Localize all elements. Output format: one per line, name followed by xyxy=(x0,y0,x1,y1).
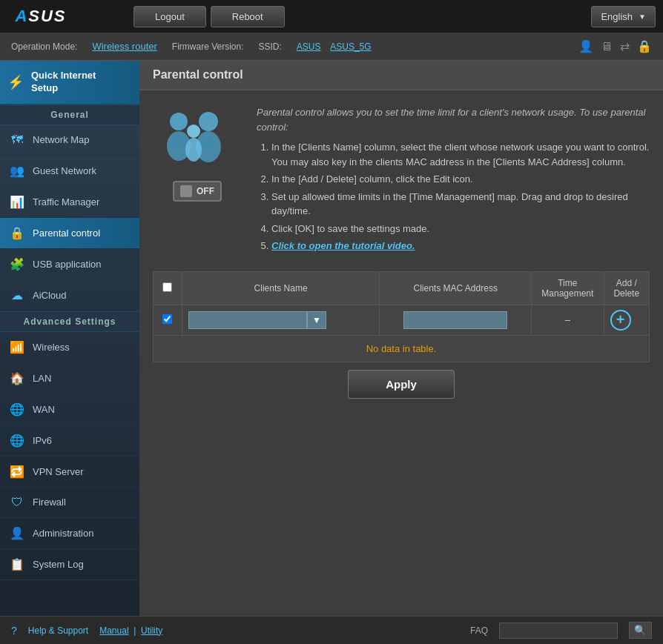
sidebar-item-administration[interactable]: 👤 Administration xyxy=(0,518,139,549)
family-illustration xyxy=(156,105,238,172)
usb-icon: ⇄ xyxy=(620,39,630,53)
ssid-asus5g[interactable]: ASUS_5G xyxy=(330,42,371,52)
row-time-mgmt-cell: – xyxy=(532,305,604,335)
svg-point-0 xyxy=(170,113,188,130)
administration-icon: 👤 xyxy=(9,526,25,540)
th-clients-mac: Clients MAC Address xyxy=(380,271,532,305)
faq-search-input[interactable] xyxy=(499,623,618,639)
sidebar-item-guest-network[interactable]: 👥 Guest Network xyxy=(0,156,139,187)
sidebar-label-traffic-manager: Traffic Manager xyxy=(33,196,99,208)
row-checkbox-cell xyxy=(154,305,182,335)
th-checkbox xyxy=(154,271,182,305)
svg-point-5 xyxy=(185,138,202,162)
sidebar-item-ipv6[interactable]: 🌐 IPv6 xyxy=(0,425,139,457)
sidebar-label-aicloud: AiCloud xyxy=(33,290,67,301)
traffic-manager-icon: 📊 xyxy=(9,195,25,209)
sidebar-label-guest-network: Guest Network xyxy=(33,165,96,176)
clients-table: Clients Name Clients MAC Address Time Ma… xyxy=(153,271,650,362)
ssid-asus[interactable]: ASUS xyxy=(297,42,321,52)
content-body: OFF Parental control allows you to set t… xyxy=(139,90,663,414)
status-icons: 👤 🖥 ⇄ 🔒 xyxy=(578,39,652,53)
step-1: In the [Clients Name] column, select the… xyxy=(271,140,650,169)
aicloud-icon: ☁ xyxy=(9,288,25,302)
add-row-button[interactable]: + xyxy=(610,310,631,331)
faq-search-button[interactable]: 🔍 xyxy=(629,622,652,639)
sidebar-item-lan[interactable]: 🏠 LAN xyxy=(0,363,139,394)
top-buttons: Logout Reboot xyxy=(133,6,285,27)
sidebar-label-vpn: VPN Server xyxy=(33,466,84,477)
status-bar: Operation Mode: Wireless router Firmware… xyxy=(0,33,663,61)
language-selector[interactable]: English ▼ xyxy=(591,6,656,27)
sidebar-label-usb-application: USB application xyxy=(33,259,102,270)
sidebar-label-lan: LAN xyxy=(33,373,51,384)
table-row: ▼ – + xyxy=(154,305,650,335)
tutorial-link[interactable]: Click to open the tutorial video. xyxy=(271,240,415,251)
time-mgmt-dash: – xyxy=(565,314,570,325)
sidebar-item-traffic-manager[interactable]: 📊 Traffic Manager xyxy=(0,187,139,218)
info-section: OFF Parental control allows you to set t… xyxy=(153,105,650,256)
sidebar-label-firewall: Firewall xyxy=(33,497,66,508)
sidebar-label-network-map: Network Map xyxy=(33,134,90,145)
svg-point-7 xyxy=(202,141,215,148)
sidebar-item-network-map[interactable]: 🗺 Network Map xyxy=(0,125,139,156)
usb-application-icon: 🧩 xyxy=(9,257,25,271)
user-icon: 👤 xyxy=(578,39,593,53)
help-support-label: Help & Support xyxy=(28,625,88,636)
sidebar-label-parental-control: Parental control xyxy=(33,228,100,239)
toggle-switch[interactable]: OFF xyxy=(173,181,222,202)
manual-link[interactable]: Manual xyxy=(99,625,128,636)
info-image-area: OFF xyxy=(153,105,242,256)
operation-mode-label: Operation Mode: xyxy=(11,42,77,52)
sidebar-item-system-log[interactable]: 📋 System Log xyxy=(0,549,139,580)
sidebar-label-wireless: Wireless xyxy=(33,342,70,353)
clients-name-input[interactable] xyxy=(188,311,307,329)
reboot-button[interactable]: Reboot xyxy=(211,6,285,27)
sidebar-item-firewall[interactable]: 🛡 Firewall xyxy=(0,488,139,518)
help-icon: ? xyxy=(11,625,17,637)
th-add-delete: Add / Delete xyxy=(604,271,650,305)
quick-setup-label: Quick InternetSetup xyxy=(31,70,96,95)
sidebar-item-usb-application[interactable]: 🧩 USB application xyxy=(0,249,139,280)
sidebar: ⚡ Quick InternetSetup General 🗺 Network … xyxy=(0,61,139,616)
th-clients-name: Clients Name xyxy=(182,271,379,305)
clients-mac-input[interactable] xyxy=(403,311,507,329)
sidebar-item-wan[interactable]: 🌐 WAN xyxy=(0,394,139,425)
lan-icon: 🏠 xyxy=(9,371,25,385)
sidebar-item-parental-control[interactable]: 🔒 Parental control xyxy=(0,218,139,249)
apply-button[interactable]: Apply xyxy=(348,370,455,399)
info-text: Parental control allows you to set the t… xyxy=(257,105,650,256)
operation-mode-value[interactable]: Wireless router xyxy=(92,41,156,52)
sidebar-item-aicloud[interactable]: ☁ AiCloud xyxy=(0,280,139,311)
system-log-icon: 📋 xyxy=(9,557,25,571)
chevron-down-icon: ▼ xyxy=(639,13,646,21)
svg-point-4 xyxy=(187,125,200,138)
clients-name-dropdown[interactable]: ▼ xyxy=(307,311,326,329)
no-data-row: No data in table. xyxy=(154,335,650,362)
row-checkbox[interactable] xyxy=(162,314,172,324)
wan-icon: 🌐 xyxy=(9,402,25,416)
sidebar-item-wireless[interactable]: 📶 Wireless xyxy=(0,332,139,363)
guest-network-icon: 👥 xyxy=(9,164,25,178)
step-4: Click [OK] to save the settings made. xyxy=(271,222,650,236)
step-5: Click to open the tutorial video. xyxy=(271,239,650,253)
bottom-bar: ? Help & Support Manual | Utility FAQ 🔍 xyxy=(0,616,663,644)
logout-button[interactable]: Logout xyxy=(133,6,206,27)
step-2: In the [Add / Delete] column, click the … xyxy=(271,172,650,187)
utility-link[interactable]: Utility xyxy=(141,625,162,636)
page-title: Parental control xyxy=(139,61,663,90)
general-section-label: General xyxy=(0,104,139,125)
clients-name-input-row: ▼ xyxy=(188,311,373,329)
intro-text: Parental control allows you to set the t… xyxy=(257,105,650,134)
sidebar-item-vpn-server[interactable]: 🔁 VPN Server xyxy=(0,457,139,488)
parental-control-icon: 🔒 xyxy=(9,226,25,240)
content-area: Parental control xyxy=(139,61,663,616)
quick-setup-item[interactable]: ⚡ Quick InternetSetup xyxy=(0,61,139,104)
row-add-delete-cell: + xyxy=(604,305,650,335)
sidebar-label-administration: Administration xyxy=(33,528,93,539)
link-separator: | xyxy=(133,625,136,636)
select-all-checkbox[interactable] xyxy=(162,282,172,292)
sidebar-label-system-log: System Log xyxy=(33,559,84,570)
sidebar-label-wan: WAN xyxy=(33,404,55,415)
toggle-label: OFF xyxy=(197,186,214,196)
apply-section: Apply xyxy=(153,370,650,399)
